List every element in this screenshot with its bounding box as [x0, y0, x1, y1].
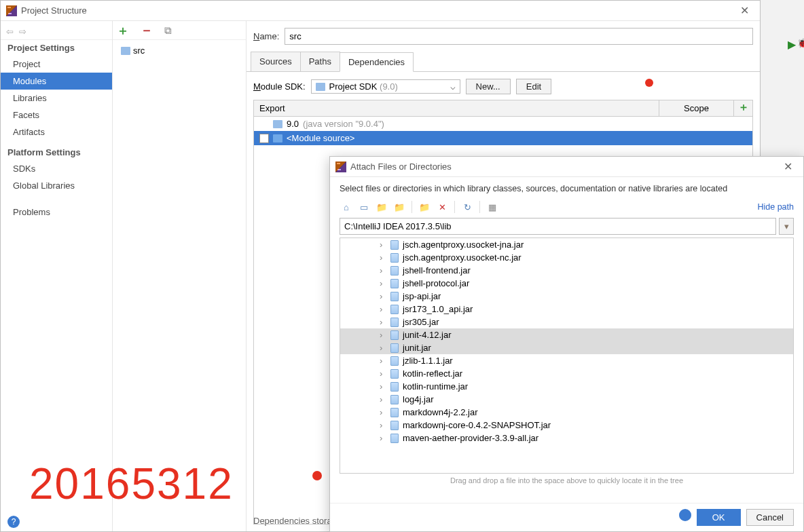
sidebar-item-project[interactable]: Project: [1, 56, 112, 73]
file-row[interactable]: ›jsr305.jar: [340, 316, 793, 328]
file-row[interactable]: ›junit.jar: [340, 341, 793, 354]
jar-icon: [390, 330, 399, 340]
cancel-button[interactable]: Cancel: [746, 509, 794, 526]
new-folder-icon[interactable]: 📁: [418, 200, 431, 214]
export-column: Export: [254, 100, 659, 116]
chevron-right-icon: ›: [380, 252, 386, 263]
dnd-hint: Drag and drop a file into the space abov…: [340, 474, 794, 487]
annotation-text: 20165312: [29, 459, 234, 509]
project-settings-header: Project Settings: [1, 40, 112, 56]
file-row[interactable]: ›kotlin-reflect.jar: [340, 367, 793, 380]
sidebar-item-problems[interactable]: Problems: [1, 204, 112, 221]
refresh-icon[interactable]: ↻: [460, 200, 474, 214]
module-list: ＋ － ⧉ src: [113, 21, 246, 531]
delete-icon[interactable]: ✕: [435, 200, 449, 214]
remove-module-icon[interactable]: －: [140, 21, 153, 39]
chevron-right-icon: ›: [380, 394, 386, 404]
file-chooser-toolbar: ⌂ ▭ 📁 📁 📁 ✕ ↻ ▦ Hide path: [340, 200, 794, 214]
edit-sdk-button[interactable]: Edit: [516, 79, 551, 94]
file-name: jsp-api.jar: [403, 291, 441, 301]
file-name: markdown4j-2.2.jar: [403, 407, 478, 417]
close-icon[interactable]: ✕: [734, 4, 754, 18]
folder-icon: [273, 120, 282, 128]
sidebar-item-sdks[interactable]: SDKs: [1, 160, 112, 177]
copy-module-icon[interactable]: ⧉: [164, 24, 172, 37]
jar-icon: [390, 318, 399, 327]
sidebar-item-global-libraries[interactable]: Global Libraries: [1, 177, 112, 194]
scope-column: Scope: [659, 100, 733, 116]
tab-sources[interactable]: Sources: [251, 52, 301, 71]
jar-icon: [390, 382, 399, 392]
file-row[interactable]: ›jshell-protocol.jar: [340, 277, 793, 290]
help-icon[interactable]: ?: [679, 509, 691, 521]
sidebar-item-libraries[interactable]: Libraries: [1, 90, 112, 107]
jar-icon: [390, 343, 399, 353]
ok-button[interactable]: OK: [697, 509, 741, 526]
annotation-dot: [645, 79, 653, 87]
file-row[interactable]: ›markdownj-core-0.4.2-SNAPSHOT.jar: [340, 419, 793, 432]
file-row[interactable]: ›log4j.jar: [340, 393, 793, 406]
run-icon[interactable]: ▶: [788, 38, 796, 51]
sidebar-item-facets[interactable]: Facets: [1, 107, 112, 124]
tab-dependencies[interactable]: Dependencies: [340, 52, 414, 72]
nav-back-icon[interactable]: ⇦: [6, 26, 14, 37]
sidebar-item-artifacts[interactable]: Artifacts: [1, 124, 112, 140]
file-row[interactable]: ›maven-aether-provider-3.3.9-all.jar: [340, 432, 793, 444]
attach-files-dialog: Attach Files or Directories ✕ Select fil…: [329, 156, 804, 532]
file-row[interactable]: ›kotlin-runtime.jar: [340, 380, 793, 393]
module-row-src[interactable]: src: [117, 44, 242, 57]
dependency-row-jdk[interactable]: 9.0 (java version "9.0.4"): [254, 117, 752, 131]
desktop-icon[interactable]: ▭: [357, 200, 371, 214]
file-name: jshell-frontend.jar: [403, 265, 471, 276]
annotation-dot: [312, 471, 322, 480]
close-icon[interactable]: ✕: [778, 160, 798, 174]
home-icon[interactable]: ⌂: [340, 200, 353, 214]
chevron-right-icon: ›: [380, 343, 386, 353]
tab-paths[interactable]: Paths: [300, 52, 340, 71]
new-sdk-button[interactable]: New...: [466, 79, 511, 94]
debug-icon[interactable]: 🐞: [797, 38, 804, 48]
file-tree[interactable]: ›jsch.agentproxy.usocket-jna.jar›jsch.ag…: [340, 238, 794, 474]
hide-path-link[interactable]: Hide path: [757, 202, 794, 212]
file-row[interactable]: ›markdown4j-2.2.jar: [340, 406, 793, 419]
file-name: jsch.agentproxy.usocket-jna.jar: [403, 240, 524, 250]
file-row[interactable]: ›junit-4.12.jar: [340, 328, 793, 341]
nav-forward-icon[interactable]: ⇨: [19, 26, 26, 37]
jar-icon: [390, 408, 399, 417]
file-row[interactable]: ›jshell-frontend.jar: [340, 264, 793, 277]
file-row[interactable]: ›jsp-api.jar: [340, 290, 793, 303]
file-name: markdownj-core-0.4.2-SNAPSHOT.jar: [403, 420, 551, 430]
project-dir-icon[interactable]: 📁: [375, 200, 388, 214]
file-row[interactable]: ›jsch.agentproxy.usocket-jna.jar: [340, 238, 793, 251]
path-history-icon[interactable]: ▾: [779, 218, 794, 235]
chevron-right-icon: ›: [380, 433, 386, 443]
file-row[interactable]: ›jsch.agentproxy.usocket-nc.jar: [340, 251, 793, 264]
chevron-right-icon: ›: [380, 317, 386, 327]
help-icon[interactable]: ?: [7, 516, 20, 528]
folder-icon: [121, 47, 130, 55]
dialog-title: Attach Files or Directories: [350, 162, 778, 172]
module-name-input[interactable]: [285, 28, 753, 45]
module-dir-icon[interactable]: 📁: [392, 200, 406, 214]
jar-icon: [390, 292, 399, 301]
module-toolbar: ＋ － ⧉: [113, 21, 246, 40]
show-hidden-icon[interactable]: ▦: [486, 200, 499, 214]
jar-icon: [390, 240, 399, 250]
file-row[interactable]: ›jzlib-1.1.1.jar: [340, 354, 793, 367]
file-row[interactable]: ›jsr173_1.0_api.jar: [340, 303, 793, 316]
sidebar-item-modules[interactable]: Modules: [1, 73, 112, 90]
jar-icon: [390, 421, 399, 430]
path-input[interactable]: [340, 218, 776, 235]
module-sdk-select[interactable]: Project SDK (9.0) ⌵: [311, 79, 460, 94]
checkbox[interactable]: [259, 134, 269, 143]
sidebar: ⇦ ⇨ Project Settings Project Modules Lib…: [1, 21, 113, 531]
add-dependency-icon[interactable]: ＋: [733, 100, 752, 116]
file-name: jsch.agentproxy.usocket-nc.jar: [403, 252, 522, 263]
name-label: Name:: [253, 31, 279, 41]
platform-settings-header: Platform Settings: [1, 145, 112, 160]
dependency-row-module-source[interactable]: <Module source>: [254, 131, 752, 145]
file-name: jshell-protocol.jar: [403, 278, 469, 288]
add-module-icon[interactable]: ＋: [117, 22, 129, 39]
jar-icon: [390, 369, 399, 379]
file-name: kotlin-reflect.jar: [403, 368, 462, 379]
